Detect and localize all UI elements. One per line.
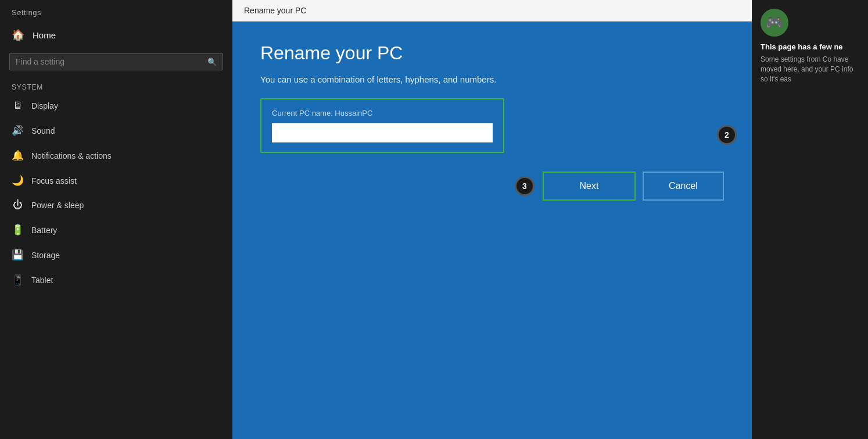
battery-icon: 🔋 — [12, 224, 23, 236]
pc-name-box: Current PC name: HussainPC — [260, 98, 504, 153]
sidebar: Settings 🏠 Home 🔍 System 🖥 Display 🔊 Sou… — [0, 0, 232, 439]
search-box: 🔍 — [9, 53, 223, 70]
sidebar-item-label: Sound — [31, 126, 55, 135]
sidebar-item-focus[interactable]: 🌙 Focus assist — [0, 168, 232, 193]
current-pc-label: Current PC name: HussainPC — [272, 109, 493, 117]
sidebar-item-battery[interactable]: 🔋 Battery — [0, 217, 232, 242]
focus-icon: 🌙 — [12, 174, 23, 187]
sidebar-item-display[interactable]: 🖥 Display — [0, 94, 232, 118]
sidebar-item-label: Battery — [31, 226, 57, 235]
cancel-button[interactable]: Cancel — [643, 172, 724, 201]
home-label: Home — [33, 30, 56, 40]
sound-icon: 🔊 — [12, 124, 23, 137]
sidebar-item-label: Focus assist — [31, 176, 77, 185]
modal-title: Rename your PC — [260, 42, 724, 64]
sidebar-item-notifications[interactable]: 🔔 Notifications & actions — [0, 143, 232, 168]
search-input[interactable] — [16, 57, 205, 66]
sidebar-item-label: Display — [31, 101, 58, 110]
sidebar-item-label: Power & sleep — [31, 201, 84, 210]
modal-titlebar: Rename your PC — [232, 0, 752, 22]
sidebar-item-label: Notifications & actions — [31, 151, 112, 160]
sidebar-item-label: Storage — [31, 251, 60, 260]
main-panel: About Your PC is monitored and protected… — [232, 0, 752, 439]
sidebar-item-power[interactable]: ⏻ Power & sleep — [0, 193, 232, 217]
storage-icon: 💾 — [12, 249, 23, 261]
power-icon: ⏻ — [12, 199, 23, 211]
app-title: Settings — [0, 0, 232, 22]
right-panel-title: This page has a few ne — [761, 42, 859, 51]
tablet-icon: 📱 — [12, 274, 23, 286]
avatar: 🎮 — [761, 9, 788, 37]
right-panel: 🎮 This page has a few ne Some settings f… — [752, 0, 868, 439]
sidebar-item-sound[interactable]: 🔊 Sound — [0, 118, 232, 143]
sidebar-item-label: Tablet — [31, 276, 53, 285]
right-panel-text: Some settings from Co have moved here, a… — [761, 55, 859, 84]
sidebar-home[interactable]: 🏠 Home — [0, 22, 232, 48]
display-icon: 🖥 — [12, 100, 23, 112]
home-icon: 🏠 — [12, 28, 24, 41]
modal-body: Rename your PC You can use a combination… — [232, 22, 752, 439]
step3-circle: 3 — [515, 176, 535, 196]
modal-actions: 3 Next Cancel — [260, 172, 724, 201]
modal-description: You can use a combination of letters, hy… — [260, 74, 724, 84]
system-section-label: System — [0, 77, 232, 94]
search-icon: 🔍 — [207, 58, 217, 66]
step2-circle: 2 — [717, 125, 737, 145]
notifications-icon: 🔔 — [12, 149, 23, 162]
sidebar-item-storage[interactable]: 💾 Storage — [0, 242, 232, 267]
sidebar-item-tablet[interactable]: 📱 Tablet — [0, 267, 232, 292]
next-button[interactable]: Next — [543, 172, 636, 201]
pc-name-input[interactable] — [272, 123, 493, 142]
modal-overlay: Rename your PC Rename your PC You can us… — [232, 0, 752, 439]
